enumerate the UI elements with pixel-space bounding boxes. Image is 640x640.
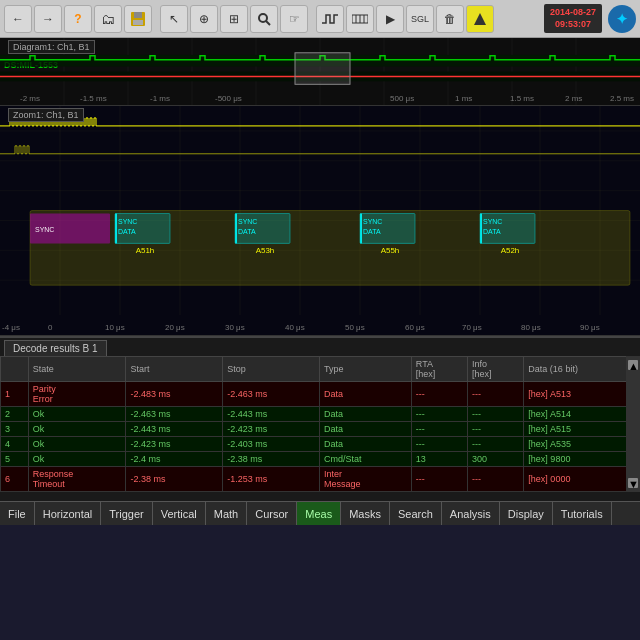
col-stop: Stop <box>223 357 320 382</box>
row-state: Parity Error <box>28 382 126 407</box>
back-button[interactable]: ← <box>4 5 32 33</box>
measure-button[interactable]: ⊞ <box>220 5 248 33</box>
row-num: 1 <box>1 382 29 407</box>
help-button[interactable]: ? <box>64 5 92 33</box>
hand-button[interactable]: ☞ <box>280 5 308 33</box>
menu-item-file[interactable]: File <box>0 502 35 525</box>
row-num: 3 <box>1 422 29 437</box>
col-info: Info[hex] <box>468 357 524 382</box>
menu-item-horizontal[interactable]: Horizontal <box>35 502 102 525</box>
open-button[interactable]: 🗂 <box>94 5 122 33</box>
row-type: Data <box>319 407 411 422</box>
col-state: State <box>28 357 126 382</box>
decode-table: State Start Stop Type RTA[hex] Info[hex]… <box>0 356 640 492</box>
menu-item-vertical[interactable]: Vertical <box>153 502 206 525</box>
row-rta: 13 <box>411 452 467 467</box>
svg-text:40 μs: 40 μs <box>285 323 305 332</box>
svg-text:A55h: A55h <box>381 246 400 255</box>
row-stop: -1.253 ms <box>223 467 320 492</box>
zoom-button[interactable] <box>250 5 278 33</box>
row-stop: -2.463 ms <box>223 382 320 407</box>
row-type: Data <box>319 382 411 407</box>
row-info: --- <box>468 382 524 407</box>
svg-text:DATA: DATA <box>483 228 501 235</box>
svg-text:SYNC: SYNC <box>35 226 54 233</box>
menu-item-meas[interactable]: Meas <box>297 502 341 525</box>
forward-button[interactable]: → <box>34 5 62 33</box>
row-data: [hex] 0000 <box>524 467 640 492</box>
delete-button[interactable]: 🗑 <box>436 5 464 33</box>
svg-marker-9 <box>474 13 486 25</box>
svg-text:1.5 ms: 1.5 ms <box>510 94 534 103</box>
row-data: [hex] A535 <box>524 437 640 452</box>
row-info: --- <box>468 437 524 452</box>
overview-panel: Diagram1: Ch1, B1 DS:MIL-1553 -2 ms -1.5… <box>0 38 640 106</box>
svg-text:2.5 ms: 2.5 ms <box>610 94 634 103</box>
svg-text:50 μs: 50 μs <box>345 323 365 332</box>
row-stop: -2.403 ms <box>223 437 320 452</box>
svg-text:70 μs: 70 μs <box>462 323 482 332</box>
svg-text:SYNC: SYNC <box>238 218 257 225</box>
svg-text:A52h: A52h <box>501 246 520 255</box>
datetime-display: 2014-08-27 09:53:07 <box>544 4 602 33</box>
menu-item-tutorials[interactable]: Tutorials <box>553 502 612 525</box>
cursor-cross-button[interactable]: ⊕ <box>190 5 218 33</box>
decode-button[interactable] <box>346 5 374 33</box>
menu-item-math[interactable]: Math <box>206 502 247 525</box>
row-state: Ok <box>28 452 126 467</box>
svg-text:DATA: DATA <box>363 228 381 235</box>
run-stop-button[interactable]: ▶ <box>376 5 404 33</box>
waveform-button[interactable] <box>316 5 344 33</box>
row-num: 4 <box>1 437 29 452</box>
col-num <box>1 357 29 382</box>
compass-icon[interactable]: ✦ <box>608 5 636 33</box>
scroll-down[interactable]: ▼ <box>628 478 638 488</box>
single-button[interactable]: SGL <box>406 5 434 33</box>
row-data: [hex] A514 <box>524 407 640 422</box>
save-button[interactable] <box>124 5 152 33</box>
row-start: -2.423 ms <box>126 437 223 452</box>
svg-text:SYNC: SYNC <box>483 218 502 225</box>
row-start: -2.38 ms <box>126 467 223 492</box>
menu-item-display[interactable]: Display <box>500 502 553 525</box>
svg-text:80 μs: 80 μs <box>521 323 541 332</box>
row-start: -2.483 ms <box>126 382 223 407</box>
row-num: 6 <box>1 467 29 492</box>
trigger-button[interactable] <box>466 5 494 33</box>
col-start: Start <box>126 357 223 382</box>
menu-item-masks[interactable]: Masks <box>341 502 390 525</box>
table-row: 1 Parity Error -2.483 ms -2.463 ms Data … <box>1 382 640 407</box>
svg-text:SYNC: SYNC <box>363 218 382 225</box>
row-rta: --- <box>411 467 467 492</box>
row-state: Ok <box>28 407 126 422</box>
row-stop: -2.443 ms <box>223 407 320 422</box>
toolbar: ← → ? 🗂 ↖ ⊕ ⊞ ☞ ▶ SGL 🗑 2014-08-27 09:53… <box>0 0 640 38</box>
decode-results-tab[interactable]: Decode results B 1 <box>4 340 107 356</box>
row-data: [hex] 9800 <box>524 452 640 467</box>
scrollbar[interactable]: ▲ ▼ <box>626 356 640 492</box>
decode-results-panel: Decode results B 1 State Start Stop Type… <box>0 336 640 501</box>
menu-item-trigger[interactable]: Trigger <box>101 502 152 525</box>
table-row: 2 Ok -2.463 ms -2.443 ms Data --- --- [h… <box>1 407 640 422</box>
svg-text:1 ms: 1 ms <box>455 94 472 103</box>
table-row: 6 Response Timeout -2.38 ms -1.253 ms In… <box>1 467 640 492</box>
row-rta: --- <box>411 437 467 452</box>
cursor-arrow-button[interactable]: ↖ <box>160 5 188 33</box>
row-info: --- <box>468 422 524 437</box>
svg-text:20 μs: 20 μs <box>165 323 185 332</box>
menu-item-cursor[interactable]: Cursor <box>247 502 297 525</box>
row-type: Data <box>319 437 411 452</box>
scroll-up[interactable]: ▲ <box>628 360 638 370</box>
svg-text:0: 0 <box>48 323 53 332</box>
menu-item-search[interactable]: Search <box>390 502 442 525</box>
row-data: [hex] A515 <box>524 422 640 437</box>
row-type: Inter Message <box>319 467 411 492</box>
svg-text:30 μs: 30 μs <box>225 323 245 332</box>
svg-text:SYNC: SYNC <box>118 218 137 225</box>
svg-text:10 μs: 10 μs <box>105 323 125 332</box>
svg-rect-2 <box>133 20 143 25</box>
svg-text:A51h: A51h <box>136 246 155 255</box>
menu-item-analysis[interactable]: Analysis <box>442 502 500 525</box>
diagram-label: Diagram1: Ch1, B1 <box>8 40 95 54</box>
svg-point-3 <box>259 14 267 22</box>
